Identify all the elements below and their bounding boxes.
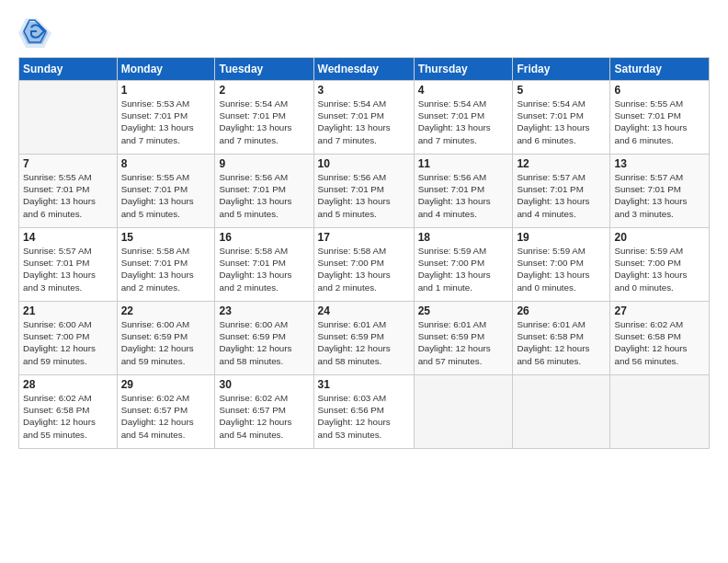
- calendar-cell: 15Sunrise: 5:58 AM Sunset: 7:01 PM Dayli…: [117, 228, 215, 302]
- calendar-cell: 6Sunrise: 5:55 AM Sunset: 7:01 PM Daylig…: [610, 81, 710, 155]
- day-info: Sunrise: 5:54 AM Sunset: 7:01 PM Dayligh…: [318, 98, 410, 146]
- page: SundayMondayTuesdayWednesdayThursdayFrid…: [0, 0, 728, 563]
- calendar-cell: 22Sunrise: 6:00 AM Sunset: 6:59 PM Dayli…: [117, 302, 215, 375]
- header-cell-sunday: Sunday: [19, 58, 118, 81]
- day-info: Sunrise: 6:03 AM Sunset: 6:56 PM Dayligh…: [318, 392, 410, 441]
- calendar-week-row: 28Sunrise: 6:02 AM Sunset: 6:58 PM Dayli…: [19, 375, 710, 449]
- calendar-cell: [513, 375, 610, 449]
- day-number: 22: [121, 304, 211, 317]
- calendar-cell: 8Sunrise: 5:55 AM Sunset: 7:01 PM Daylig…: [117, 155, 215, 228]
- day-number: 30: [219, 378, 309, 391]
- calendar-cell: 29Sunrise: 6:02 AM Sunset: 6:57 PM Dayli…: [117, 375, 215, 449]
- calendar-cell: 3Sunrise: 5:54 AM Sunset: 7:01 PM Daylig…: [313, 81, 414, 155]
- calendar-cell: 11Sunrise: 5:56 AM Sunset: 7:01 PM Dayli…: [414, 155, 513, 228]
- day-number: 14: [23, 231, 113, 244]
- day-info: Sunrise: 5:55 AM Sunset: 7:01 PM Dayligh…: [23, 171, 113, 220]
- calendar-cell: 1Sunrise: 5:53 AM Sunset: 7:01 PM Daylig…: [117, 81, 215, 155]
- calendar-cell: 18Sunrise: 5:59 AM Sunset: 7:00 PM Dayli…: [414, 228, 513, 302]
- day-number: 29: [121, 378, 211, 391]
- day-number: 8: [121, 157, 211, 170]
- day-number: 18: [418, 231, 509, 244]
- day-info: Sunrise: 5:54 AM Sunset: 7:01 PM Dayligh…: [219, 98, 309, 146]
- calendar-cell: 17Sunrise: 5:58 AM Sunset: 7:00 PM Dayli…: [313, 228, 414, 302]
- calendar-cell: 9Sunrise: 5:56 AM Sunset: 7:01 PM Daylig…: [215, 155, 313, 228]
- calendar-cell: 27Sunrise: 6:02 AM Sunset: 6:58 PM Dayli…: [610, 302, 710, 375]
- day-number: 12: [517, 157, 606, 170]
- calendar-cell: 13Sunrise: 5:57 AM Sunset: 7:01 PM Dayli…: [610, 155, 710, 228]
- day-info: Sunrise: 6:02 AM Sunset: 6:57 PM Dayligh…: [219, 392, 309, 441]
- calendar-table: SundayMondayTuesdayWednesdayThursdayFrid…: [18, 57, 710, 449]
- day-info: Sunrise: 6:00 AM Sunset: 7:00 PM Dayligh…: [23, 318, 113, 367]
- calendar-cell: 12Sunrise: 5:57 AM Sunset: 7:01 PM Dayli…: [513, 155, 610, 228]
- day-number: 17: [318, 231, 410, 244]
- day-info: Sunrise: 6:02 AM Sunset: 6:58 PM Dayligh…: [614, 318, 705, 367]
- calendar-cell: 20Sunrise: 5:59 AM Sunset: 7:00 PM Dayli…: [610, 228, 710, 302]
- calendar-cell: 23Sunrise: 6:00 AM Sunset: 6:59 PM Dayli…: [215, 302, 313, 375]
- calendar-cell: 24Sunrise: 6:01 AM Sunset: 6:59 PM Dayli…: [313, 302, 414, 375]
- day-number: 31: [318, 378, 410, 391]
- day-number: 24: [318, 304, 410, 317]
- day-number: 13: [614, 157, 705, 170]
- calendar-cell: 7Sunrise: 5:55 AM Sunset: 7:01 PM Daylig…: [19, 155, 118, 228]
- day-info: Sunrise: 5:57 AM Sunset: 7:01 PM Dayligh…: [23, 245, 113, 293]
- day-number: 6: [614, 84, 705, 97]
- header-cell-saturday: Saturday: [610, 58, 710, 81]
- logo: [18, 15, 57, 48]
- day-number: 27: [614, 304, 705, 317]
- calendar-cell: 4Sunrise: 5:54 AM Sunset: 7:01 PM Daylig…: [414, 81, 513, 155]
- day-info: Sunrise: 5:59 AM Sunset: 7:00 PM Dayligh…: [614, 245, 705, 293]
- day-info: Sunrise: 6:01 AM Sunset: 6:59 PM Dayligh…: [418, 318, 509, 367]
- header-cell-monday: Monday: [117, 58, 215, 81]
- header-cell-friday: Friday: [513, 58, 610, 81]
- calendar-cell: [19, 81, 118, 155]
- calendar-cell: 10Sunrise: 5:56 AM Sunset: 7:01 PM Dayli…: [313, 155, 414, 228]
- day-info: Sunrise: 6:01 AM Sunset: 6:59 PM Dayligh…: [318, 318, 410, 367]
- day-info: Sunrise: 5:56 AM Sunset: 7:01 PM Dayligh…: [318, 171, 410, 220]
- day-info: Sunrise: 5:56 AM Sunset: 7:01 PM Dayligh…: [418, 171, 509, 220]
- calendar-week-row: 7Sunrise: 5:55 AM Sunset: 7:01 PM Daylig…: [19, 155, 710, 228]
- day-info: Sunrise: 5:57 AM Sunset: 7:01 PM Dayligh…: [517, 171, 606, 220]
- calendar-week-row: 14Sunrise: 5:57 AM Sunset: 7:01 PM Dayli…: [19, 228, 710, 302]
- day-number: 1: [121, 84, 211, 97]
- day-number: 20: [614, 231, 705, 244]
- day-number: 7: [23, 157, 113, 170]
- day-info: Sunrise: 5:58 AM Sunset: 7:00 PM Dayligh…: [318, 245, 410, 293]
- calendar-cell: 26Sunrise: 6:01 AM Sunset: 6:58 PM Dayli…: [513, 302, 610, 375]
- day-info: Sunrise: 5:58 AM Sunset: 7:01 PM Dayligh…: [219, 245, 309, 293]
- day-info: Sunrise: 5:59 AM Sunset: 7:00 PM Dayligh…: [418, 245, 509, 293]
- day-number: 25: [418, 304, 509, 317]
- day-number: 3: [318, 84, 410, 97]
- calendar-week-row: 21Sunrise: 6:00 AM Sunset: 7:00 PM Dayli…: [19, 302, 710, 375]
- day-info: Sunrise: 5:55 AM Sunset: 7:01 PM Dayligh…: [614, 98, 705, 146]
- calendar-cell: 19Sunrise: 5:59 AM Sunset: 7:00 PM Dayli…: [513, 228, 610, 302]
- calendar-cell: [610, 375, 710, 449]
- day-info: Sunrise: 6:00 AM Sunset: 6:59 PM Dayligh…: [121, 318, 211, 367]
- day-info: Sunrise: 5:55 AM Sunset: 7:01 PM Dayligh…: [121, 171, 211, 220]
- day-number: 28: [23, 378, 113, 391]
- logo-icon: [18, 15, 51, 48]
- day-number: 5: [517, 84, 606, 97]
- header-cell-tuesday: Tuesday: [215, 58, 313, 81]
- calendar-cell: 14Sunrise: 5:57 AM Sunset: 7:01 PM Dayli…: [19, 228, 118, 302]
- day-info: Sunrise: 5:53 AM Sunset: 7:01 PM Dayligh…: [121, 98, 211, 146]
- day-number: 19: [517, 231, 606, 244]
- calendar-cell: [414, 375, 513, 449]
- day-number: 26: [517, 304, 606, 317]
- calendar-cell: 5Sunrise: 5:54 AM Sunset: 7:01 PM Daylig…: [513, 81, 610, 155]
- calendar-cell: 31Sunrise: 6:03 AM Sunset: 6:56 PM Dayli…: [313, 375, 414, 449]
- day-number: 9: [219, 157, 309, 170]
- calendar-cell: 16Sunrise: 5:58 AM Sunset: 7:01 PM Dayli…: [215, 228, 313, 302]
- day-info: Sunrise: 6:02 AM Sunset: 6:58 PM Dayligh…: [23, 392, 113, 441]
- day-info: Sunrise: 5:57 AM Sunset: 7:01 PM Dayligh…: [614, 171, 705, 220]
- day-info: Sunrise: 6:01 AM Sunset: 6:58 PM Dayligh…: [517, 318, 606, 367]
- header: [18, 15, 710, 48]
- day-number: 21: [23, 304, 113, 317]
- calendar-cell: 30Sunrise: 6:02 AM Sunset: 6:57 PM Dayli…: [215, 375, 313, 449]
- day-info: Sunrise: 5:58 AM Sunset: 7:01 PM Dayligh…: [121, 245, 211, 293]
- day-number: 10: [318, 157, 410, 170]
- day-info: Sunrise: 5:54 AM Sunset: 7:01 PM Dayligh…: [517, 98, 606, 146]
- calendar-week-row: 1Sunrise: 5:53 AM Sunset: 7:01 PM Daylig…: [19, 81, 710, 155]
- day-info: Sunrise: 5:56 AM Sunset: 7:01 PM Dayligh…: [219, 171, 309, 220]
- header-cell-thursday: Thursday: [414, 58, 513, 81]
- calendar-header-row: SundayMondayTuesdayWednesdayThursdayFrid…: [19, 58, 710, 81]
